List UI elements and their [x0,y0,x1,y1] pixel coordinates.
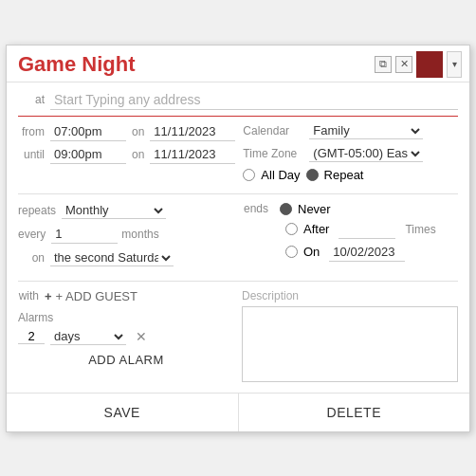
alarm-number-input[interactable] [18,329,45,344]
address-input[interactable] [50,90,458,110]
copy-icon: ⧉ [379,58,387,70]
after-label: After [303,222,329,236]
from-row: from on [18,122,235,141]
ends-col: ends Never After Times On [242,202,458,265]
main-grid: from on until on Calendar [18,122,458,186]
alarm-row: days ✕ [18,328,234,345]
ends-label: ends [242,202,274,215]
chevron-down-icon: ▾ [452,59,457,69]
with-label: with [18,289,45,302]
after-radio[interactable] [285,223,298,235]
main-window: Game Night ⧉ ✕ ▾ at from [6,45,470,432]
from-label: from [18,125,50,138]
right-column: Calendar Family Time Zone (GMT-05:00) Ea… [243,122,458,186]
repeats-label: repeats [18,204,62,217]
description-textarea[interactable] [242,306,458,382]
title-bar-buttons: ⧉ ✕ ▾ [375,51,462,78]
color-chevron[interactable]: ▾ [447,51,462,78]
until-row: until on [18,145,235,164]
title-text: Game Night [14,52,375,77]
left-column: from on until on [18,122,235,186]
at-label: at [18,93,50,106]
repeats-row: repeats Monthly [18,202,234,219]
ends-on-row: On [242,243,458,262]
color-swatch[interactable] [416,51,443,78]
body: at from on until on [7,82,469,385]
on-date-radio[interactable] [285,246,298,258]
every-label: every [18,228,51,241]
address-row: at [18,90,458,110]
alarms-heading: Alarms [18,311,234,324]
until-time-input[interactable] [50,145,126,164]
ends-on-input[interactable] [329,243,405,262]
add-alarm-button[interactable]: ADD ALARM [88,353,164,367]
section-divider-2 [18,281,458,282]
with-col: with ++ ADD GUEST Alarms days ✕ [18,289,234,385]
timezone-label: Time Zone [243,147,309,160]
copy-button[interactable]: ⧉ [375,56,392,73]
with-desc-grid: with ++ ADD GUEST Alarms days ✕ [18,289,458,385]
until-label: until [18,148,50,161]
repeats-select[interactable]: Monthly [62,202,166,219]
description-label: Description [242,289,458,302]
allday-radio[interactable] [243,169,255,181]
ends-after-row: After Times [242,220,458,239]
address-divider [18,116,458,117]
until-date-input[interactable] [150,145,235,164]
never-label: Never [298,202,331,216]
timezone-row: Time Zone (GMT-05:00) Eastern T... [243,145,458,162]
ends-never-row: ends Never [242,202,458,216]
add-guest-label: + ADD GUEST [56,289,137,303]
alarm-unit-select[interactable]: days [50,328,126,345]
times-label: Times [405,223,435,236]
repeats-ends-grid: repeats Monthly every months on the seco… [18,202,458,273]
from-on-label: on [132,125,144,138]
plus-icon: + [45,289,52,303]
after-input[interactable] [339,220,395,239]
add-guest-btn[interactable]: ++ ADD GUEST [45,289,137,303]
section-divider-1 [18,193,458,194]
on-select[interactable]: the second Saturday [50,249,174,266]
repeat-label: Repeat [324,168,364,182]
until-on-label: on [132,148,144,161]
on-date-label: On [303,245,320,259]
never-radio[interactable] [280,203,292,215]
timezone-select[interactable]: (GMT-05:00) Eastern T... [309,145,423,162]
calendar-select[interactable]: Family [309,122,423,139]
repeats-col: repeats Monthly every months on the seco… [18,202,234,273]
close-button[interactable]: ✕ [395,56,412,73]
title-bar: Game Night ⧉ ✕ ▾ [7,46,469,82]
on-row: on the second Saturday [18,249,234,266]
delete-button[interactable]: DELETE [239,394,470,431]
close-icon: ✕ [400,58,409,70]
with-row: with ++ ADD GUEST [18,289,234,303]
on-label: on [18,251,50,265]
description-col: Description [242,289,458,385]
allday-label: All Day [261,168,300,182]
every-row: every months [18,225,234,244]
alarms-section: Alarms days ✕ [18,311,234,345]
save-button[interactable]: SAVE [7,394,239,431]
months-label: months [121,228,158,241]
from-date-input[interactable] [150,122,235,141]
every-input[interactable] [51,225,118,244]
allday-repeat-row: All Day Repeat [243,168,458,182]
from-time-input[interactable] [50,122,126,141]
calendar-row: Calendar Family [243,122,458,139]
footer: SAVE DELETE [7,393,469,431]
calendar-label: Calendar [243,124,309,137]
remove-alarm-btn[interactable]: ✕ [132,329,151,344]
repeat-radio[interactable] [306,169,319,181]
